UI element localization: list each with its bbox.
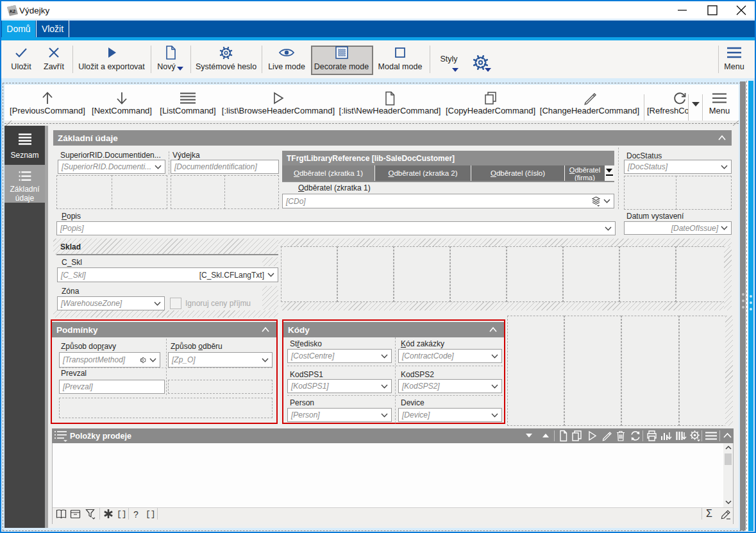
svg-text:K2: K2	[10, 9, 15, 13]
